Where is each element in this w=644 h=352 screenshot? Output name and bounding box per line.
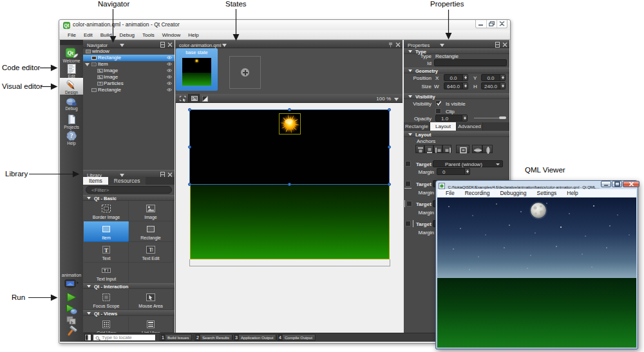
compile-output-button[interactable]: 4Compile Output [276, 334, 316, 341]
tab-layout[interactable]: Layout [430, 122, 457, 131]
tree-row-image2[interactable]: Image [83, 74, 175, 80]
target-selector[interactable] [60, 279, 83, 290]
viewer-maximize-button[interactable] [612, 181, 622, 187]
library-item-rectangle[interactable]: Rectangle [128, 221, 173, 242]
viewer-menu-help[interactable]: Help [562, 190, 583, 196]
tree-row-particles[interactable]: ? Particles [83, 80, 175, 87]
spin-arrows-icon[interactable] [462, 83, 468, 89]
menu-window[interactable]: Window [158, 32, 184, 38]
menu-edit[interactable]: Edit [80, 32, 97, 38]
spin-arrows-icon[interactable] [464, 169, 469, 174]
library-item-item[interactable]: Item [84, 221, 129, 242]
resize-handle-tr[interactable] [388, 108, 391, 111]
library-item-text-edit[interactable]: T Text Edit [128, 242, 173, 263]
anchor-target-checkbox-1[interactable] [405, 161, 411, 167]
toggle-sidebar-icon[interactable] [84, 334, 91, 341]
viewer-menu-file[interactable]: File [440, 190, 460, 196]
states-pin-icon[interactable] [388, 42, 393, 48]
section-layout[interactable]: Layout [404, 131, 509, 137]
navigator-close-icon[interactable] [167, 42, 173, 48]
menu-help[interactable]: Help [184, 32, 202, 38]
run-button[interactable] [60, 292, 83, 302]
add-state-plus-icon[interactable] [241, 68, 249, 77]
anchor-target-checkbox-2[interactable] [405, 181, 411, 187]
y-spinbox[interactable]: 0.0 [481, 74, 506, 81]
menu-build[interactable]: Build [97, 32, 116, 38]
resize-handle-tl[interactable] [188, 108, 191, 111]
properties-panel-header[interactable]: Properties [404, 40, 509, 48]
library-item-grid-view[interactable]: Grid View [84, 317, 129, 333]
library-item-border-image[interactable]: Border Image [84, 201, 129, 221]
mode-help[interactable]: ? Help [60, 131, 83, 145]
properties-dropdown-icon[interactable] [440, 44, 444, 47]
zoom-dropdown-icon[interactable] [394, 98, 399, 101]
creator-titlebar[interactable]: Qt color-animation.qml - animation - Qt … [59, 20, 510, 30]
w-spinbox[interactable]: 640.0 [444, 82, 468, 89]
viewer-minimize-button[interactable] [601, 181, 611, 187]
mode-welcome[interactable]: Qt Welcome [60, 48, 83, 63]
properties-close-icon[interactable] [502, 42, 507, 48]
tab-advanced[interactable]: Advanced [457, 122, 483, 131]
viewer-close-button[interactable] [623, 181, 639, 187]
add-state-card[interactable] [229, 56, 261, 89]
library-section-qt-basic[interactable]: Qt - Basic [83, 195, 175, 201]
library-filter-input[interactable]: <Filter> [86, 186, 172, 194]
library-section-qt-interaction[interactable]: Qt - Interaction [83, 283, 175, 289]
deploy-button[interactable] [60, 316, 83, 325]
tree-row-image1[interactable]: Image [83, 68, 175, 74]
navigator-panel-header[interactable]: Navigator [83, 40, 175, 48]
mode-debug[interactable]: Debug [60, 97, 83, 111]
library-item-mouse-area[interactable]: Mouse Area [128, 290, 173, 310]
library-item-text[interactable]: T Text [84, 242, 129, 263]
spin-arrows-icon[interactable] [500, 75, 505, 80]
tree-row-window[interactable]: window [83, 48, 175, 55]
build-issues-button[interactable]: 1Build Issues [159, 334, 192, 341]
navigator-split-icon[interactable] [160, 42, 165, 48]
opacity-slider-handle[interactable] [499, 116, 506, 119]
scene-ground-rectangle[interactable] [190, 185, 390, 259]
section-visibility[interactable]: Visibility [404, 93, 509, 99]
tree-row-rectangle2[interactable]: Rectangle [83, 87, 175, 93]
anchor-left-button[interactable] [433, 145, 442, 153]
mode-edit[interactable]: Edit [60, 64, 83, 79]
spin-arrows-icon[interactable] [462, 115, 467, 121]
clip-checkbox[interactable] [435, 108, 441, 114]
resize-handle-tm[interactable] [288, 108, 291, 111]
resize-handle-bl[interactable] [188, 183, 191, 186]
resize-handle-bm[interactable] [288, 183, 291, 186]
anchor-bottom-button[interactable] [424, 145, 433, 153]
anchor-fill-button[interactable] [456, 145, 469, 153]
margin-spinbox-1[interactable]: 0 [437, 168, 470, 175]
library-item-image[interactable]: Image [128, 201, 173, 221]
menu-debug[interactable]: Debug [115, 32, 138, 38]
anchor-right-button[interactable] [442, 145, 451, 153]
search-results-button[interactable]: 2Search Results [194, 334, 232, 341]
viewer-menu-settings[interactable]: Settings [532, 190, 562, 196]
base-state-card[interactable]: base state [176, 48, 218, 91]
anchor-vertical-center-button[interactable] [482, 145, 493, 153]
tab-resources[interactable]: Resources [108, 177, 146, 185]
states-dropdown-icon[interactable] [222, 44, 227, 47]
anchor-horizontal-center-button[interactable] [472, 145, 482, 153]
locator-input[interactable]: Type to locate [93, 334, 156, 341]
visibility-eye-icon[interactable] [167, 75, 172, 79]
viewer-menu-debugging[interactable]: Debugging [495, 190, 531, 196]
visibility-eye-icon[interactable] [167, 88, 172, 91]
viewer-menu-recording[interactable]: Recording [460, 190, 495, 196]
show-bounding-rects-button[interactable] [188, 94, 200, 102]
spin-arrows-icon[interactable] [462, 75, 468, 80]
visibility-eye-icon[interactable] [167, 56, 172, 59]
x-spinbox[interactable]: 0.0 [444, 74, 468, 81]
resize-handle-mr[interactable] [388, 145, 391, 149]
anchor-top-button[interactable] [415, 145, 424, 153]
spin-arrows-icon[interactable] [500, 83, 505, 89]
application-output-button[interactable]: 3Application Output [232, 334, 276, 341]
mode-design[interactable]: Design [60, 78, 83, 95]
expand-arrow-icon[interactable] [85, 63, 90, 66]
build-button[interactable] [60, 326, 83, 337]
tree-row-item[interactable]: Item [83, 61, 175, 68]
visibility-eye-icon[interactable] [167, 69, 172, 72]
snap-guides-icon[interactable] [202, 96, 208, 102]
menu-file[interactable]: File [64, 32, 80, 38]
anchor-target-checkbox-4[interactable] [405, 221, 411, 227]
